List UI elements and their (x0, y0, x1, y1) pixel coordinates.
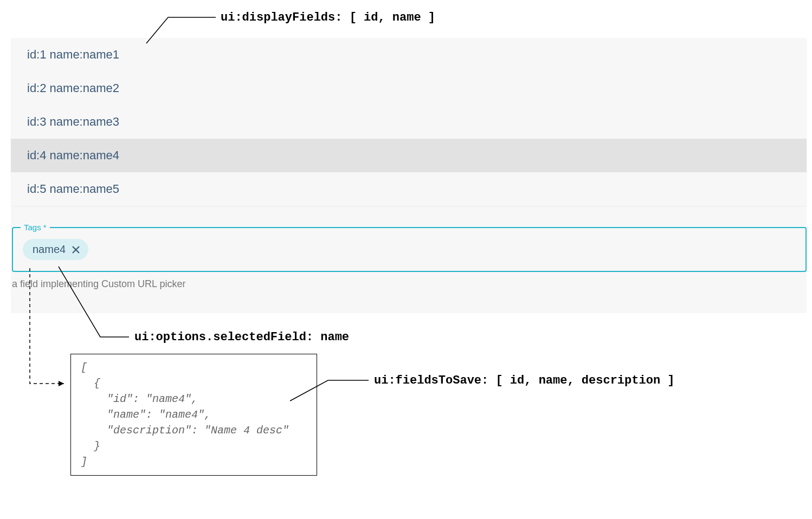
dropdown-item-2[interactable]: id:2 name:name2 (11, 72, 807, 105)
chip-remove-button[interactable] (71, 245, 81, 255)
selected-chip: name4 (23, 239, 88, 260)
json-output-box: [ { "id": "name4", "name": "name4", "des… (70, 354, 317, 476)
helper-text: a field implementing Custom URL picker (12, 278, 807, 290)
dropdown-item-1[interactable]: id:1 name:name1 (11, 38, 807, 72)
tags-field[interactable]: Tags * name4 (12, 227, 807, 272)
annotation-selected-field: ui:options.selectedField: name (134, 330, 349, 344)
dropdown-item-4[interactable]: id:4 name:name4 (11, 139, 807, 172)
close-icon (71, 245, 81, 255)
dropdown-panel: id:1 name:name1 id:2 name:name2 id:3 nam… (11, 38, 807, 206)
dropdown-item-5[interactable]: id:5 name:name5 (11, 172, 807, 206)
chip-text: name4 (33, 243, 66, 256)
tags-field-label: Tags * (21, 223, 50, 232)
svg-marker-2 (59, 381, 64, 386)
annotation-display-fields: ui:displayFields: [ id, name ] (221, 11, 435, 24)
annotation-fields-to-save: ui:fieldsToSave: [ id, name, description… (374, 374, 675, 387)
dropdown-item-3[interactable]: id:3 name:name3 (11, 105, 807, 139)
tags-field-container: Tags * name4 a field implementing Custom… (12, 227, 807, 290)
